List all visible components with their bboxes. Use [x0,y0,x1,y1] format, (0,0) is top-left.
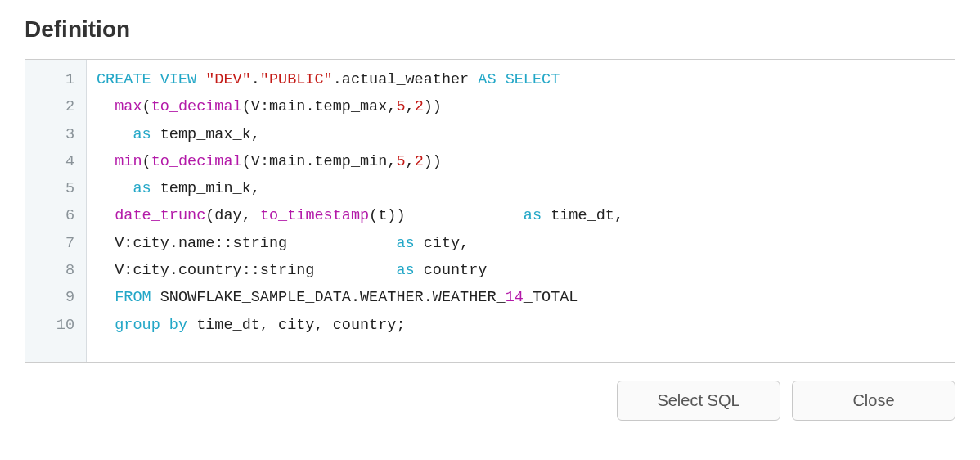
line-number: 5 [25,175,86,202]
close-button[interactable]: Close [792,381,955,421]
line-number: 8 [25,257,86,284]
code-line: V:city.country::string as country [97,257,955,284]
line-number: 6 [25,202,86,229]
line-number: 7 [25,230,86,257]
code-line: max(to_decimal(V:main.temp_max,5,2)) [97,93,955,120]
section-heading: Definition [25,16,955,43]
line-number-gutter: 12345678910 [25,60,87,362]
sql-code-area[interactable]: CREATE VIEW "DEV"."PUBLIC".actual_weathe… [87,60,955,362]
sql-definition-editor: 12345678910 CREATE VIEW "DEV"."PUBLIC".a… [25,59,955,363]
line-number: 2 [25,93,86,120]
code-line: FROM SNOWFLAKE_SAMPLE_DATA.WEATHER.WEATH… [97,284,955,311]
line-number: 9 [25,284,86,311]
code-line: as temp_min_k, [97,175,955,202]
code-line: group by time_dt, city, country; [97,312,955,339]
code-line: CREATE VIEW "DEV"."PUBLIC".actual_weathe… [97,66,955,93]
line-number: 4 [25,148,86,175]
line-number: 10 [25,312,86,339]
line-number: 3 [25,121,86,148]
line-number: 1 [25,66,86,93]
code-line: min(to_decimal(V:main.temp_min,5,2)) [97,148,955,175]
code-line: V:city.name::string as city, [97,230,955,257]
code-line: date_trunc(day, to_timestamp(t)) as time… [97,202,955,229]
dialog-button-row: Select SQL Close [25,381,955,421]
select-sql-button[interactable]: Select SQL [617,381,780,421]
code-line: as temp_max_k, [97,121,955,148]
